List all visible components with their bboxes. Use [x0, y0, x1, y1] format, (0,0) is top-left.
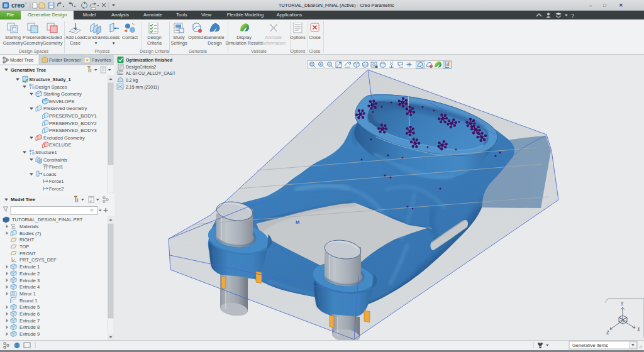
svg-text:Extrude 3: Extrude 3	[19, 278, 40, 283]
svg-text:Force2: Force2	[49, 186, 64, 192]
svg-text:Generative items: Generative items	[572, 343, 608, 348]
svg-text:Favorites: Favorites	[92, 57, 111, 63]
svg-text:PRESERVED_BODY1: PRESERVED_BODY1	[49, 113, 97, 119]
svg-text:Starting Geometry: Starting Geometry	[43, 91, 82, 97]
svg-text:Structure_Study_1: Structure_Study_1	[29, 77, 71, 82]
svg-text:Loads: Loads	[43, 172, 57, 177]
svg-text:Constraints: Constraints	[43, 157, 67, 163]
svg-text:Extrude 1: Extrude 1	[19, 264, 40, 270]
svg-text:Structure1: Structure1	[35, 150, 57, 155]
svg-text:RIGHT: RIGHT	[19, 237, 35, 243]
svg-text:PRT_CSYS_DEF: PRT_CSYS_DEF	[19, 257, 57, 263]
svg-text:?: ?	[571, 13, 574, 19]
svg-text:creo: creo	[11, 2, 25, 9]
svg-text:M: M	[296, 219, 299, 225]
svg-text:Bodies (7): Bodies (7)	[19, 231, 42, 236]
svg-text:2,15 mm (23011): 2,15 mm (23011)	[126, 85, 159, 90]
svg-text:Force1: Force1	[49, 179, 64, 184]
svg-text:Extrude 5: Extrude 5	[19, 304, 40, 310]
svg-text:PRESERVED_BODY2: PRESERVED_BODY2	[49, 121, 97, 126]
svg-text:Mirror 1: Mirror 1	[19, 291, 36, 297]
svg-text:Round 1: Round 1	[19, 298, 37, 304]
svg-text:Extrude 4: Extrude 4	[19, 284, 40, 290]
svg-text:FRONT: FRONT	[19, 251, 36, 256]
svg-text:Optimization finished: Optimization finished	[126, 57, 172, 63]
svg-text:EXCLUDE: EXCLUDE	[49, 142, 71, 148]
svg-text:0.2 kg: 0.2 kg	[126, 78, 138, 83]
svg-text:Extrude 7: Extrude 7	[19, 318, 40, 324]
svg-text:°: °	[25, 2, 27, 6]
svg-text:Z: Z	[606, 330, 609, 336]
svg-text:TOP: TOP	[19, 244, 29, 250]
svg-text:Extrude 8: Extrude 8	[19, 324, 40, 330]
svg-text:X: X	[636, 327, 640, 333]
svg-text:TUTORIAL_DESIGN_FINAL.PRT: TUTORIAL_DESIGN_FINAL.PRT	[12, 217, 83, 223]
svg-text:Y: Y	[621, 301, 624, 307]
svg-text:Extrude 9: Extrude 9	[19, 331, 40, 337]
svg-text:Excluded Geometry: Excluded Geometry	[43, 135, 85, 141]
svg-text:Materials: Materials	[19, 224, 39, 229]
svg-text:Model Tree: Model Tree	[10, 57, 34, 63]
svg-text:DesignCriteria2: DesignCriteria2	[126, 65, 156, 70]
svg-text:Generative Tree: Generative Tree	[11, 67, 46, 73]
svg-text:Design Spaces: Design Spaces	[35, 84, 67, 90]
svg-text:Fixed1: Fixed1	[49, 164, 64, 170]
svg-text:Extrude 6: Extrude 6	[19, 311, 40, 317]
svg-text:Extrude 2: Extrude 2	[19, 271, 40, 277]
svg-text:ENVELOPE: ENVELOPE	[49, 99, 74, 104]
svg-text:Folder Browser: Folder Browser	[49, 57, 81, 63]
svg-text:AL-SI-CU_ALLOY_CAST: AL-SI-CU_ALLOY_CAST	[126, 71, 176, 76]
svg-text:PRESERVED_BODY3: PRESERVED_BODY3	[49, 128, 97, 133]
svg-text:Preserved Geometry: Preserved Geometry	[43, 106, 87, 111]
svg-text:Model Tree: Model Tree	[11, 197, 35, 202]
